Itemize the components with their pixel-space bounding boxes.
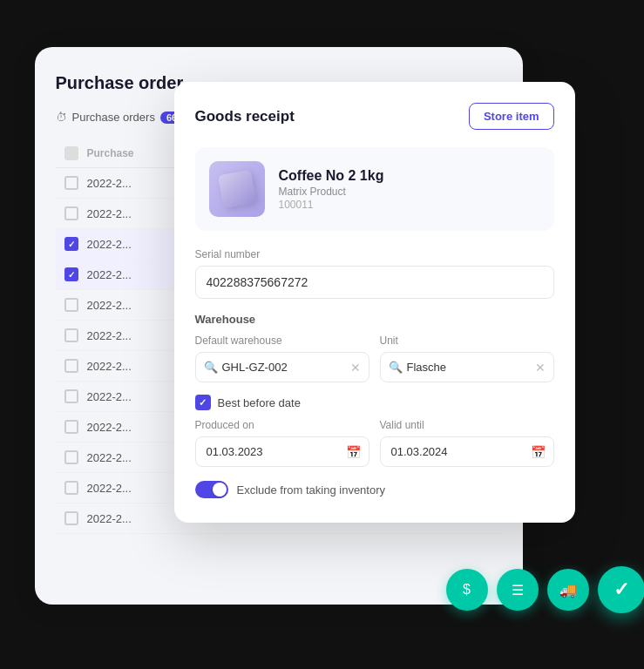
fab-group: $ ☰ 🚚 ✓ [446,566,645,613]
unit-search-icon: 🔍 [389,361,403,374]
delivery-fab[interactable]: 🚚 [547,569,589,611]
produced-on-field: Produced on 📅 [195,419,369,467]
header-checkbox [64,146,78,160]
default-warehouse-field: Default warehouse 🔍 ✕ [195,334,369,382]
warehouse-search-icon: 🔍 [204,361,218,374]
default-warehouse-label: Default warehouse [195,334,369,347]
product-name: Coffee No 2 1kg [279,168,384,184]
best-before-row: Best before date [195,395,554,410]
produced-on-input[interactable] [195,436,369,467]
row-text: 2022-2... [87,299,132,312]
goods-receipt-modal: Goods receipt Store item Coffee No 2 1kg… [174,82,575,523]
row-text: 2022-2... [87,512,132,525]
warehouse-section-label: Warehouse [195,313,554,326]
best-before-checkbox[interactable] [195,395,211,410]
product-info: Coffee No 2 1kg Matrix Product 100011 [279,168,384,211]
produced-on-label: Produced on [195,419,369,431]
best-before-label: Best before date [218,396,301,409]
modal-title: Goods receipt [195,108,295,125]
default-warehouse-input-wrap: 🔍 ✕ [195,352,369,382]
purchase-orders-tab[interactable]: ⏱ Purchase orders 66 [56,111,184,124]
store-item-button[interactable]: Store item [469,103,554,130]
produced-on-input-wrap: 📅 [195,436,369,467]
product-image [209,161,265,217]
unit-label: Unit [380,334,554,347]
row-checkbox[interactable] [64,298,78,312]
unit-input-wrap: 🔍 ✕ [380,352,554,382]
row-checkbox[interactable] [64,176,78,190]
serial-number-input[interactable] [195,266,554,299]
receipt-fab[interactable]: ☰ [497,569,539,611]
valid-until-input[interactable] [380,436,554,467]
valid-until-label: Valid until [380,419,554,431]
exclude-inventory-toggle[interactable] [195,481,228,498]
price-fab[interactable]: $ [446,569,488,611]
product-subtitle: Matrix Product [279,186,384,198]
row-checkbox[interactable] [64,450,78,464]
row-checkbox[interactable] [64,206,78,220]
row-checkbox[interactable] [64,389,78,403]
product-card: Coffee No 2 1kg Matrix Product 100011 [195,147,554,231]
exclude-inventory-row: Exclude from taking inventory [195,481,554,498]
row-checkbox[interactable] [64,359,78,373]
unit-input[interactable] [380,352,554,382]
product-code: 100011 [279,199,384,211]
row-text: 2022-2... [87,177,132,190]
row-text: 2022-2... [87,421,132,434]
warehouse-clear-button[interactable]: ✕ [350,361,361,375]
valid-until-input-wrap: 📅 [380,436,554,467]
exclude-inventory-label: Exclude from taking inventory [237,483,386,497]
row-checkbox[interactable] [64,481,78,495]
row-checkbox[interactable] [64,511,78,525]
row-checkbox[interactable] [64,267,78,281]
warehouse-unit-row: Default warehouse 🔍 ✕ Unit 🔍 ✕ [195,334,554,382]
row-checkbox[interactable] [64,420,78,434]
row-checkbox[interactable] [64,237,78,251]
row-text: 2022-2... [87,390,132,403]
row-text: 2022-2... [87,207,132,220]
unit-clear-button[interactable]: ✕ [535,361,546,375]
clock-icon: ⏱ [56,111,67,124]
confirm-fab[interactable]: ✓ [598,566,645,613]
valid-until-field: Valid until 📅 [380,419,554,467]
row-text: 2022-2... [87,482,132,495]
row-text: 2022-2... [87,238,132,251]
default-warehouse-input[interactable] [195,352,369,382]
serial-number-label: Serial number [195,248,554,260]
row-text: 2022-2... [87,268,132,281]
dates-row: Produced on 📅 Valid until 📅 [195,419,554,467]
row-text: 2022-2... [87,329,132,342]
unit-field: Unit 🔍 ✕ [380,334,554,382]
row-text: 2022-2... [87,451,132,464]
product-cube-icon [217,170,255,208]
modal-header: Goods receipt Store item [195,103,554,130]
row-text: 2022-2... [87,360,132,373]
toggle-knob [213,483,227,497]
row-checkbox[interactable] [64,328,78,342]
